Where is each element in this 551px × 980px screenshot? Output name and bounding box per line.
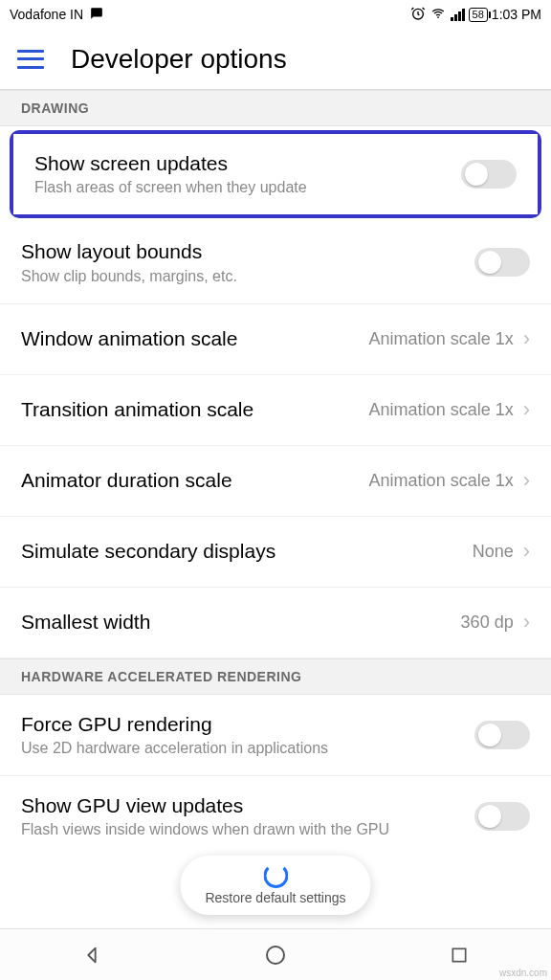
- section-header-drawing: DRAWING: [0, 90, 551, 126]
- restore-defaults-pill[interactable]: Restore default settings: [180, 856, 370, 915]
- toggle-force-gpu[interactable]: [474, 721, 530, 749]
- svg-point-2: [267, 947, 284, 964]
- row-title: Show screen updates: [34, 151, 461, 176]
- chevron-right-icon: ›: [523, 328, 530, 349]
- toggle-show-layout-bounds[interactable]: [474, 248, 530, 277]
- row-title: Simulate secondary displays: [21, 539, 473, 564]
- nav-recent-button[interactable]: [446, 942, 473, 969]
- row-title: Force GPU rendering: [21, 712, 474, 737]
- row-smallest-width[interactable]: Smallest width 360 dp ›: [0, 588, 551, 658]
- row-title: Show GPU view updates: [21, 793, 474, 818]
- svg-point-1: [437, 16, 439, 18]
- row-animator-duration-scale[interactable]: Animator duration scale Animation scale …: [0, 446, 551, 517]
- clock-label: 1:03 PM: [492, 7, 541, 22]
- row-show-gpu-view-updates[interactable]: Show GPU view updates Flash views inside…: [0, 776, 551, 857]
- chevron-right-icon: ›: [523, 470, 530, 491]
- nav-home-button[interactable]: [262, 942, 289, 969]
- row-value: 360 dp: [461, 612, 514, 633]
- status-bar: Vodafone IN 58 1:03 PM: [0, 0, 551, 29]
- chevron-right-icon: ›: [523, 541, 530, 562]
- row-window-animation-scale[interactable]: Window animation scale Animation scale 1…: [0, 304, 551, 375]
- svg-rect-3: [452, 948, 465, 961]
- watermark: wsxdn.com: [499, 968, 547, 978]
- battery-indicator: 58: [469, 8, 488, 22]
- row-value: Animation scale 1x: [369, 329, 514, 349]
- row-subtitle: Flash areas of screen when they update: [34, 178, 461, 197]
- row-subtitle: Use 2D hardware acceleration in applicat…: [21, 739, 474, 758]
- page-title: Developer options: [71, 44, 287, 75]
- wifi-icon: [430, 7, 447, 23]
- row-show-layout-bounds[interactable]: Show layout bounds Show clip bounds, mar…: [0, 222, 551, 303]
- highlight-frame: Show screen updates Flash areas of scree…: [10, 130, 541, 218]
- carrier-label: Vodafone IN: [10, 7, 83, 22]
- pill-label: Restore default settings: [205, 890, 345, 905]
- row-value: Animation scale 1x: [369, 471, 514, 491]
- row-subtitle: Show clip bounds, margins, etc.: [21, 267, 474, 286]
- row-value: Animation scale 1x: [369, 400, 514, 420]
- chat-icon: [89, 7, 104, 23]
- toggle-show-screen-updates[interactable]: [461, 160, 517, 189]
- chevron-right-icon: ›: [523, 612, 530, 633]
- row-value: None: [473, 542, 514, 562]
- app-bar: Developer options: [0, 29, 551, 90]
- row-simulate-secondary-displays[interactable]: Simulate secondary displays None ›: [0, 517, 551, 588]
- row-show-screen-updates[interactable]: Show screen updates Flash areas of scree…: [13, 134, 538, 214]
- navigation-bar: [0, 928, 551, 980]
- section-header-hw-accel: HARDWARE ACCELERATED RENDERING: [0, 658, 551, 695]
- alarm-icon: [410, 6, 426, 24]
- row-title: Show layout bounds: [21, 239, 474, 264]
- row-subtitle: Flash views inside windows when drawn wi…: [21, 820, 474, 839]
- menu-icon[interactable]: [17, 50, 44, 69]
- signal-icon: [451, 8, 465, 21]
- spinner-icon: [263, 863, 288, 888]
- row-transition-animation-scale[interactable]: Transition animation scale Animation sca…: [0, 375, 551, 446]
- row-title: Window animation scale: [21, 326, 369, 351]
- row-title: Smallest width: [21, 610, 461, 635]
- toggle-show-gpu-view[interactable]: [474, 802, 530, 831]
- nav-back-button[interactable]: [78, 942, 105, 969]
- row-title: Transition animation scale: [21, 397, 369, 422]
- row-title: Animator duration scale: [21, 468, 369, 493]
- chevron-right-icon: ›: [523, 399, 530, 420]
- row-force-gpu-rendering[interactable]: Force GPU rendering Use 2D hardware acce…: [0, 695, 551, 776]
